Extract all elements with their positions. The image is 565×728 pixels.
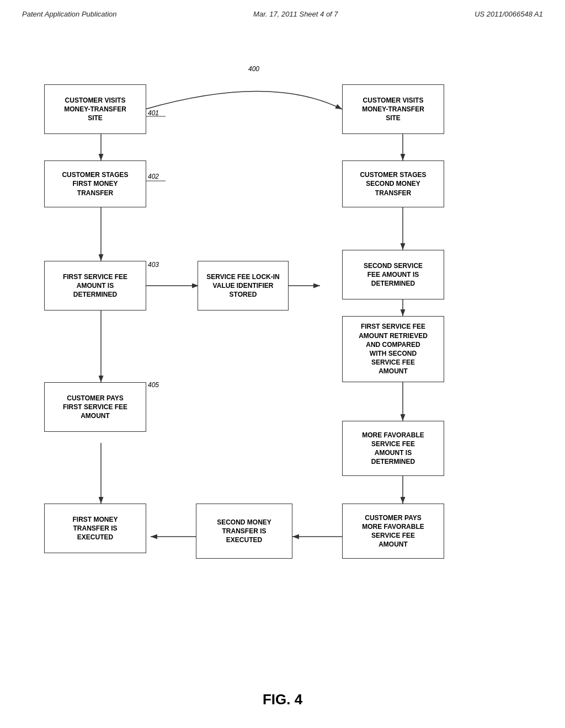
box-402: CUSTOMER STAGESFIRST MONEYTRANSFER — [44, 160, 146, 207]
box-405: CUSTOMER PAYSFIRST SERVICE FEEAMOUNT — [44, 382, 146, 432]
diagram-area: 400 401 402 403 404 405 406 407 408 409 … — [0, 24, 565, 686]
box-408: CUSTOMER STAGESSECOND MONEYTRANSFER — [342, 160, 444, 207]
page-header: Patent Application Publication Mar. 17, … — [0, 0, 565, 24]
label-402: 402 — [148, 173, 159, 180]
header-date: Mar. 17, 2011 Sheet 4 of 7 — [253, 10, 338, 18]
box-410: FIRST SERVICE FEEAMOUNT RETRIEVEDAND COM… — [342, 316, 444, 382]
box-407: CUSTOMER VISITSMONEY-TRANSFERSITE — [342, 84, 444, 134]
box-404: SERVICE FEE LOCK-INVALUE IDENTIFIERSTORE… — [198, 261, 289, 311]
box-413: SECOND MONEYTRANSFER ISEXECUTED — [196, 504, 292, 559]
box-401: CUSTOMER VISITSMONEY-TRANSFERSITE — [44, 84, 146, 134]
box-403: FIRST SERVICE FEEAMOUNT ISDETERMINED — [44, 261, 146, 311]
label-400: 400 — [248, 65, 259, 73]
box-411: MORE FAVORABLESERVICE FEEAMOUNT ISDETERM… — [342, 421, 444, 476]
box-412: CUSTOMER PAYSMORE FAVORABLESERVICE FEEAM… — [342, 504, 444, 559]
header-patent: US 2011/0066548 A1 — [475, 10, 543, 18]
label-405: 405 — [148, 381, 159, 389]
label-403: 403 — [148, 261, 159, 269]
figure-label: FIG. 4 — [0, 691, 565, 719]
box-406: FIRST MONEYTRANSFER ISEXECUTED — [44, 504, 146, 553]
header-publication: Patent Application Publication — [22, 10, 117, 18]
box-409: SECOND SERVICEFEE AMOUNT ISDETERMINED — [342, 250, 444, 299]
label-401: 401 — [148, 109, 159, 117]
